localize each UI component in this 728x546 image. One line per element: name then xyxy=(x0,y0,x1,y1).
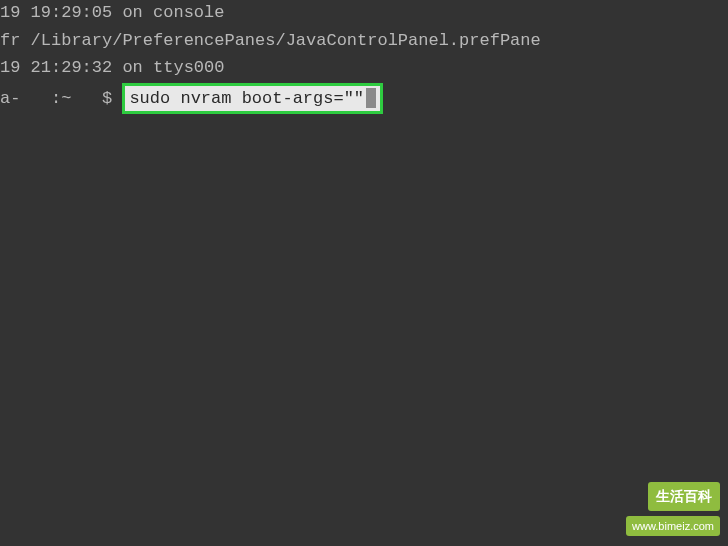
watermark: 生活百科 www.bimeiz.com xyxy=(626,482,720,539)
terminal-line: 19 19:29:05 on console xyxy=(0,0,728,26)
watermark-badge: 生活百科 xyxy=(648,482,720,511)
terminal-line: fr /Library/PreferencePanes/JavaControlP… xyxy=(0,28,728,54)
watermark-url: www.bimeiz.com xyxy=(626,516,720,537)
terminal-command-text: sudo nvram boot-args="" xyxy=(129,86,364,112)
terminal-line: 19 21:29:32 on ttys000 xyxy=(0,55,728,81)
cursor-icon xyxy=(366,88,376,108)
terminal-prompt-line[interactable]: a- :~ $ sudo nvram boot-args="" xyxy=(0,83,728,115)
terminal-prompt: a- :~ $ xyxy=(0,86,122,112)
terminal-output[interactable]: 19 19:29:05 on console fr /Library/Prefe… xyxy=(0,0,728,114)
terminal-command-highlight[interactable]: sudo nvram boot-args="" xyxy=(122,83,383,115)
